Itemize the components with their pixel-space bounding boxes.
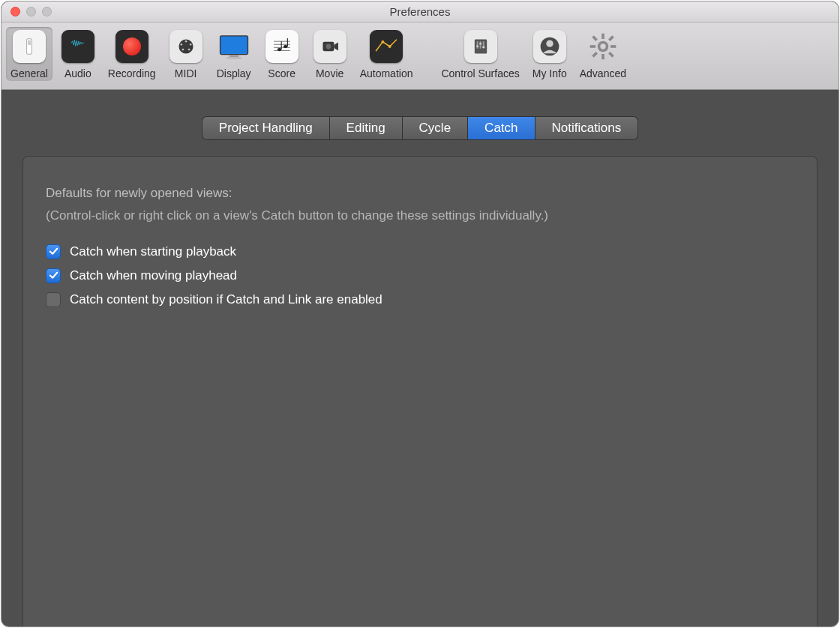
toolbar-control-surfaces[interactable]: Control Surfaces (436, 27, 524, 81)
recording-icon (116, 30, 148, 63)
toolbar-score[interactable]: Score (260, 27, 304, 81)
svg-rect-18 (286, 38, 287, 46)
option-label: Catch content by position if Catch and L… (70, 292, 382, 307)
titlebar: Preferences (2, 1, 838, 22)
general-icon (13, 30, 46, 63)
toolbar-label: General (10, 67, 48, 79)
svg-rect-38 (608, 35, 614, 41)
svg-rect-8 (220, 36, 248, 55)
svg-point-7 (188, 49, 190, 51)
svg-point-41 (600, 43, 605, 49)
toolbar-midi[interactable]: MIDI (164, 27, 208, 81)
option-catch-move-playhead: Catch when moving playhead (46, 268, 794, 283)
toolbar-label: Advanced (580, 67, 626, 79)
advanced-icon (586, 30, 620, 63)
svg-point-15 (278, 48, 281, 51)
svg-rect-28 (479, 43, 482, 44)
minimize-window-button[interactable] (26, 7, 36, 16)
tab-cycle[interactable]: Cycle (403, 117, 469, 139)
midi-icon (170, 30, 202, 63)
svg-rect-25 (479, 41, 481, 49)
toolbar-label: Control Surfaces (441, 67, 519, 79)
option-label: Catch when moving playhead (70, 268, 237, 283)
options-group: Catch when starting playback Catch when … (46, 244, 794, 307)
svg-point-21 (381, 40, 384, 43)
toolbar-recording[interactable]: Recording (104, 27, 160, 81)
catch-panel: Defaults for newly opened views: (Contro… (22, 156, 818, 627)
automation-icon (370, 30, 403, 63)
checkbox[interactable] (46, 268, 61, 283)
svg-point-20 (326, 44, 331, 49)
toolbar-label: Movie (316, 67, 344, 79)
svg-rect-27 (476, 46, 478, 47)
svg-point-22 (388, 45, 392, 48)
score-icon (266, 30, 298, 63)
segmented-control: Project Handling Editing Cycle Catch Not… (202, 117, 638, 139)
toolbar-automation[interactable]: Automation (356, 27, 418, 81)
zoom-window-button[interactable] (42, 7, 52, 16)
svg-point-6 (182, 49, 184, 51)
preferences-toolbar: General Audio Recording (2, 22, 838, 90)
control-surfaces-icon (464, 30, 497, 63)
svg-rect-34 (602, 54, 604, 59)
toolbar-movie[interactable]: Movie (308, 27, 352, 81)
toolbar-advanced[interactable]: Advanced (575, 27, 631, 81)
svg-rect-16 (280, 41, 281, 49)
toolbar-label: Display (217, 67, 251, 79)
close-window-button[interactable] (10, 7, 20, 16)
svg-rect-10 (226, 57, 241, 59)
panel-heading: Defaults for newly opened views: (46, 184, 794, 203)
tab-notifications[interactable]: Notifications (536, 117, 638, 139)
svg-point-5 (189, 43, 191, 46)
svg-rect-40 (608, 52, 614, 58)
svg-point-31 (546, 40, 553, 47)
toolbar-display[interactable]: Display (212, 27, 256, 81)
option-label: Catch when starting playback (70, 244, 236, 259)
movie-icon (314, 30, 346, 63)
window-controls (2, 7, 52, 16)
preferences-window: Preferences General Audio (2, 1, 838, 627)
svg-point-17 (284, 45, 287, 48)
toolbar-label: Automation (360, 67, 413, 79)
svg-rect-33 (602, 34, 604, 39)
svg-rect-1 (28, 40, 31, 45)
svg-rect-37 (592, 35, 598, 41)
sub-tabbar: Project Handling Editing Cycle Catch Not… (2, 117, 838, 139)
toolbar-label: Score (268, 67, 296, 79)
toolbar-general[interactable]: General (6, 27, 52, 81)
svg-rect-36 (610, 45, 616, 48)
svg-rect-9 (229, 55, 238, 57)
checkbox[interactable] (46, 292, 61, 307)
svg-rect-35 (590, 45, 596, 48)
audio-icon (62, 30, 94, 63)
svg-point-3 (184, 40, 187, 43)
toolbar-label: Audio (64, 67, 92, 79)
checkbox[interactable] (46, 244, 61, 259)
svg-rect-29 (482, 46, 484, 48)
window-title: Preferences (2, 5, 838, 18)
tab-editing[interactable]: Editing (330, 117, 403, 139)
display-icon (218, 30, 250, 63)
option-catch-content-position: Catch content by position if Catch and L… (46, 292, 794, 307)
my-info-icon (533, 30, 566, 63)
svg-rect-24 (476, 41, 478, 49)
toolbar-my-info[interactable]: My Info (527, 27, 572, 81)
svg-point-4 (180, 43, 182, 46)
option-catch-start-playback: Catch when starting playback (46, 244, 794, 259)
tab-catch[interactable]: Catch (468, 117, 535, 139)
tab-project-handling[interactable]: Project Handling (202, 117, 330, 139)
svg-rect-39 (592, 52, 598, 58)
content-area: Project Handling Editing Cycle Catch Not… (2, 117, 838, 627)
toolbar-label: Recording (108, 67, 156, 79)
toolbar-label: My Info (532, 67, 567, 79)
panel-subtext: (Control-click or right click on a view'… (46, 206, 794, 226)
toolbar-label: MIDI (175, 67, 197, 79)
toolbar-audio[interactable]: Audio (56, 27, 100, 81)
